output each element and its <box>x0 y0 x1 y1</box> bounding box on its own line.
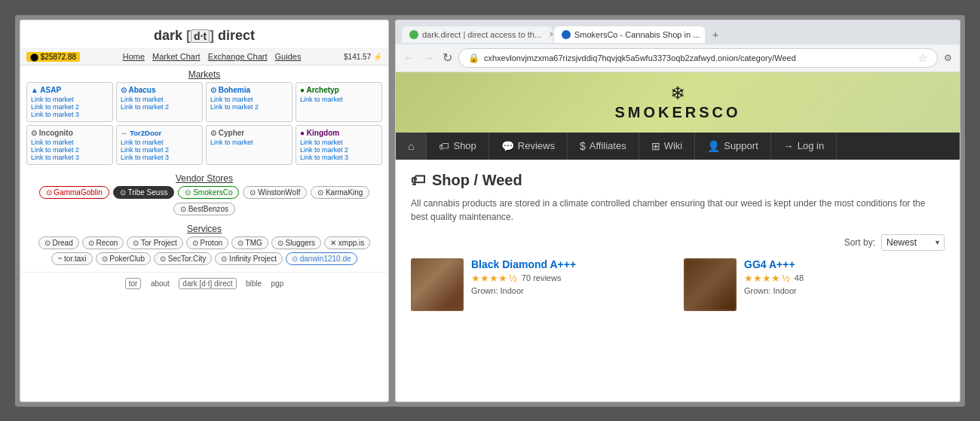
bookmark-icon[interactable]: ☆ <box>918 52 928 64</box>
browser-chrome: dark.direct | direct access to th... ✕ S… <box>396 20 960 72</box>
nav-reviews[interactable]: 💬 Reviews <box>489 133 568 160</box>
vendor-winstonwolf[interactable]: ⊙ WinstonWolf <box>243 186 307 199</box>
nav-reviews-label: Reviews <box>518 140 555 151</box>
tab1-close[interactable]: ✕ <box>549 30 553 38</box>
market-incognito-link2[interactable]: Link to market 2 <box>31 146 109 154</box>
market-incognito-link3[interactable]: Link to market 3 <box>31 154 109 161</box>
product-name-1[interactable]: Black Diamond A+++ <box>471 258 672 270</box>
footer-about[interactable]: about <box>151 279 170 288</box>
sort-select[interactable]: Newest Oldest Price Low Price High <box>881 234 945 251</box>
grown-info-2: Grown: Indoor <box>744 286 945 295</box>
url-bar[interactable]: 🔒 cxhxevlonvjmzxma67rizsjvddiq7hqvjqk5a5… <box>458 48 938 68</box>
nav-wiki-label: Wiki <box>664 140 683 151</box>
market-archetyp-name: ● Archetyp <box>300 86 378 94</box>
service-sectorcity[interactable]: ⊙ SecTor.City <box>154 252 212 265</box>
extensions-icon[interactable]: ⚙ <box>942 51 954 65</box>
page-title-text: Shop / Weed <box>432 172 522 189</box>
product-stars-2: ★★★★½ 48 <box>744 273 945 284</box>
service-pokerclub[interactable]: ⊙ PokerClub <box>96 252 151 265</box>
service-tmg[interactable]: ⊙ TMG <box>231 236 268 249</box>
nav-home[interactable]: Home <box>123 52 145 61</box>
market-asap-link2[interactable]: Link to market 2 <box>31 103 109 111</box>
services-grid: ⊙ Dread ⊙ Recon ⊙ Tor Project ⊙ Proton ⊙… <box>20 236 388 270</box>
page-title-icon: 🏷 <box>411 172 426 189</box>
refresh-button[interactable]: ↻ <box>441 49 454 66</box>
site-nav: ⌂ 🏷 Shop 💬 Reviews $ Affiliates ⊞ Wiki <box>396 133 960 160</box>
product-name-2[interactable]: GG4 A+++ <box>744 258 945 270</box>
balance-display: ⬤ $25872.88 <box>26 52 80 62</box>
service-danwin[interactable]: ⊙ danwin1210.de <box>286 252 357 265</box>
tab2-favicon <box>562 30 571 39</box>
market-kingdom-link3[interactable]: Link to market 3 <box>300 154 378 161</box>
market-bohemia: ⊙ Bohemia Link to market Link to market … <box>206 82 292 122</box>
market-kingdom-name: ● Kingdom <box>300 129 378 137</box>
review-count-1: 70 reviews <box>522 273 562 282</box>
title-dot-bracket: d·t <box>191 29 210 43</box>
url-text: cxhxevlonvjmzxma67rizsjvddiq7hqvjqk5a5wf… <box>484 53 914 63</box>
market-abacus-link2[interactable]: Link to market 2 <box>121 103 198 111</box>
product-thumb-2 <box>684 258 737 311</box>
market-bohemia-link1[interactable]: Link to market <box>210 96 288 103</box>
site-body: 🏷 Shop / Weed All cannabis products are … <box>396 160 960 401</box>
market-kingdom: ● Kingdom Link to market Link to market … <box>296 125 382 165</box>
nav-affiliates[interactable]: $ Affiliates <box>568 133 639 160</box>
market-kingdom-link1[interactable]: Link to market <box>300 139 378 146</box>
right-panel: dark.direct | direct access to th... ✕ S… <box>395 20 960 402</box>
btc-price: $141.57 ⚡ <box>344 53 382 61</box>
vendor-tribeseuss[interactable]: ⊙ Tribe Seuss <box>113 186 175 199</box>
market-cypher-link1[interactable]: Link to market <box>210 139 288 146</box>
nav-login[interactable]: → Log in <box>771 133 837 160</box>
market-asap-link1[interactable]: Link to market <box>31 96 109 103</box>
vendor-gammagoblin[interactable]: ⊙ GammaGoblin <box>39 186 109 199</box>
market-kingdom-link2[interactable]: Link to market 2 <box>300 146 378 154</box>
nav-wiki[interactable]: ⊞ Wiki <box>639 133 696 160</box>
vendor-karmaking[interactable]: ⊙ KarmaKing <box>311 186 369 199</box>
service-dread[interactable]: ⊙ Dread <box>38 236 79 249</box>
service-torproject[interactable]: ⊙ Tor Project <box>127 236 182 249</box>
service-xmpp[interactable]: ✕ xmpp.is <box>324 236 370 249</box>
market-bohemia-link2[interactable]: Link to market 2 <box>210 103 288 111</box>
footer-bible[interactable]: bible <box>246 279 262 288</box>
back-button[interactable]: ← <box>402 50 417 66</box>
footer-dark-direct[interactable]: dark [d·t] direct <box>179 278 236 289</box>
nav-shop[interactable]: 🏷 Shop <box>427 133 488 160</box>
service-sluggers[interactable]: ⊙ Sluggers <box>271 236 321 249</box>
market-tor2door-link3[interactable]: Link to market 3 <box>121 154 198 161</box>
tab-bar: dark.direct | direct access to th... ✕ S… <box>396 20 960 44</box>
service-infinity[interactable]: ⊙ Infinity Project <box>215 252 283 265</box>
nav-guides[interactable]: Guides <box>275 52 302 61</box>
nav-affiliates-label: Affiliates <box>590 140 626 151</box>
nav-support[interactable]: 👤 Support <box>695 133 771 160</box>
market-asap-link3[interactable]: Link to market 3 <box>31 111 109 118</box>
markets-section-header: Markets <box>20 66 388 82</box>
market-tor2door-link2[interactable]: Link to market 2 <box>121 146 198 154</box>
market-archetyp-link1[interactable]: Link to market <box>300 96 378 103</box>
browser-tab-2[interactable]: SmokersCo - Cannabis Shop in ... ✕ <box>554 26 705 43</box>
review-count-2: 48 <box>795 273 804 282</box>
nav-home[interactable]: ⌂ <box>396 133 427 160</box>
market-tor2door-link1[interactable]: Link to market <box>121 139 198 146</box>
footer-pgp[interactable]: pgp <box>271 279 284 288</box>
service-recon[interactable]: ⊙ Recon <box>82 236 124 249</box>
vendor-smokersco[interactable]: ⊙ SmokersCo <box>178 186 239 199</box>
new-tab-button[interactable]: + <box>706 25 724 44</box>
product-info-1: Black Diamond A+++ ★★★★½ 70 reviews Grow… <box>471 258 672 311</box>
vendor-bestbenzos[interactable]: ⊙ BestBenzos <box>173 203 235 215</box>
service-proton[interactable]: ⊙ Proton <box>186 236 228 249</box>
nav-market-chart[interactable]: Market Chart <box>152 52 201 61</box>
sort-bar: Sort by: Newest Oldest Price Low Price H… <box>411 234 945 251</box>
browser-tab-1[interactable]: dark.direct | direct access to th... ✕ <box>402 26 553 43</box>
market-incognito-link1[interactable]: Link to market <box>31 139 109 146</box>
site-logo-text: SMOKERSCO <box>614 104 740 121</box>
service-tortaxi[interactable]: ~ tor.taxi <box>51 252 92 265</box>
market-cypher-name: ⊙ Cypher <box>210 129 288 137</box>
forward-button[interactable]: → <box>421 50 436 66</box>
footer-tor[interactable]: tor <box>125 278 142 289</box>
nav-exchange-chart[interactable]: Exchange Chart <box>208 52 268 61</box>
market-incognito: ⊙ Incognito Link to market Link to marke… <box>26 125 113 165</box>
market-bohemia-name: ⊙ Bohemia <box>210 86 288 94</box>
market-abacus-link1[interactable]: Link to market <box>121 96 198 103</box>
market-asap-name: ▲ ASAP <box>31 86 109 94</box>
product-thumb-1 <box>411 258 464 311</box>
lock-icon: 🔒 <box>468 53 479 63</box>
